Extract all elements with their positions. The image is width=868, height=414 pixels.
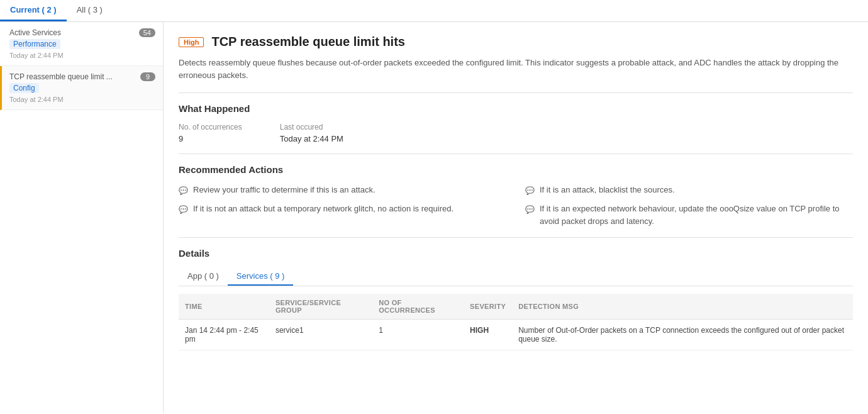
table-row: Jan 14 2:44 pm - 2:45 pm service1 1 HIGH…: [179, 320, 853, 350]
alert-title: TCP reassemble queue limit hits: [211, 35, 405, 49]
occurrences-item: No. of occurrences 9: [179, 123, 242, 143]
sidebar: Active Services 54 Performance Today at …: [0, 22, 164, 413]
severity-badge: High: [179, 37, 204, 47]
occurrences-value: 9: [179, 134, 183, 143]
main-layout: Active Services 54 Performance Today at …: [0, 22, 868, 413]
tab-all[interactable]: All ( 3 ): [67, 0, 113, 21]
sidebar-item-active-services-subtitle: Performance: [9, 39, 60, 49]
table-header-row: TIME SERVICE/SERVICE GROUP NO OF OCCURRE…: [179, 294, 853, 320]
alert-description: Detects reassembly queue flushes because…: [179, 57, 853, 81]
col-occurrences: NO OF OCCURRENCES: [372, 294, 464, 320]
sidebar-item-active-services-title: Active Services: [9, 28, 61, 37]
rec-text-2: If it is an attack, blacklist the source…: [540, 184, 675, 196]
cell-service: service1: [269, 320, 372, 350]
col-time: TIME: [179, 294, 269, 320]
rec-item-1: 💬 If it is not an attack but a temporary…: [179, 203, 506, 227]
rec-text-0: Review your traffic to determine if this…: [193, 184, 376, 196]
cell-detection-msg: Number of Out-of-Order packets on a TCP …: [512, 320, 853, 350]
details-tabs: App ( 0 ) Services ( 9 ): [179, 267, 853, 286]
main-content: High TCP reassemble queue limit hits Det…: [164, 22, 868, 413]
rec-icon-3: 💬: [525, 204, 535, 215]
sidebar-item-tcp-reassemble[interactable]: TCP reassemble queue limit ... 9 Config …: [0, 66, 163, 110]
sidebar-item-active-services-badge: 54: [139, 28, 155, 37]
top-tabs: Current ( 2 ) All ( 3 ): [0, 0, 868, 22]
col-service: SERVICE/SERVICE GROUP: [269, 294, 372, 320]
sidebar-item-tcp-reassemble-subtitle: Config: [9, 83, 39, 93]
recommended-actions-heading: Recommended Actions: [179, 164, 853, 175]
details-heading: Details: [179, 248, 853, 259]
alert-header: High TCP reassemble queue limit hits: [179, 35, 853, 49]
recommended-actions-grid: 💬 Review your traffic to determine if th…: [179, 184, 853, 227]
col-detection-msg: DETECTION MSG: [512, 294, 853, 320]
sidebar-item-active-services-time: Today at 2:44 PM: [9, 52, 155, 59]
what-happened-section: What Happened No. of occurrences 9 Last …: [179, 103, 853, 143]
divider-1: [179, 92, 853, 93]
divider-2: [179, 154, 853, 154]
rec-item-0: 💬 Review your traffic to determine if th…: [179, 184, 506, 196]
rec-icon-2: 💬: [525, 185, 535, 196]
details-table: TIME SERVICE/SERVICE GROUP NO OF OCCURRE…: [179, 294, 853, 350]
recommended-actions-section: Recommended Actions 💬 Review your traffi…: [179, 164, 853, 227]
what-happened-grid: No. of occurrences 9 Last occured Today …: [179, 123, 853, 143]
what-happened-heading: What Happened: [179, 103, 853, 114]
sidebar-item-tcp-reassemble-header: TCP reassemble queue limit ... 9: [9, 72, 155, 81]
last-occurred-value: Today at 2:44 PM: [280, 134, 343, 143]
rec-text-3: If it is an expected network behaviour, …: [540, 203, 853, 227]
sidebar-item-tcp-reassemble-time: Today at 2:44 PM: [9, 96, 155, 103]
divider-3: [179, 237, 853, 238]
sidebar-item-active-services[interactable]: Active Services 54 Performance Today at …: [0, 22, 163, 66]
details-tab-app[interactable]: App ( 0 ): [179, 267, 228, 286]
cell-time: Jan 14 2:44 pm - 2:45 pm: [179, 320, 269, 350]
rec-icon-1: 💬: [179, 204, 188, 215]
details-section: Details App ( 0 ) Services ( 9 ) TIME SE…: [179, 248, 853, 350]
details-tab-services[interactable]: Services ( 9 ): [228, 267, 294, 286]
occurrences-label: No. of occurrences: [179, 123, 242, 131]
col-severity: SEVERITY: [464, 294, 512, 320]
rec-item-3: 💬 If it is an expected network behaviour…: [525, 203, 853, 227]
sidebar-item-tcp-reassemble-badge: 9: [140, 72, 155, 81]
last-occurred-label: Last occured: [280, 123, 343, 131]
cell-severity: HIGH: [464, 320, 512, 350]
rec-text-1: If it is not an attack but a temporary n…: [193, 203, 453, 215]
sidebar-item-tcp-reassemble-title: TCP reassemble queue limit ...: [9, 72, 113, 81]
rec-icon-0: 💬: [179, 185, 188, 196]
last-occurred-item: Last occured Today at 2:44 PM: [280, 123, 343, 143]
rec-item-2: 💬 If it is an attack, blacklist the sour…: [525, 184, 853, 196]
cell-occurrences: 1: [372, 320, 464, 350]
tab-current[interactable]: Current ( 2 ): [0, 0, 67, 21]
sidebar-item-active-services-header: Active Services 54: [9, 28, 155, 37]
